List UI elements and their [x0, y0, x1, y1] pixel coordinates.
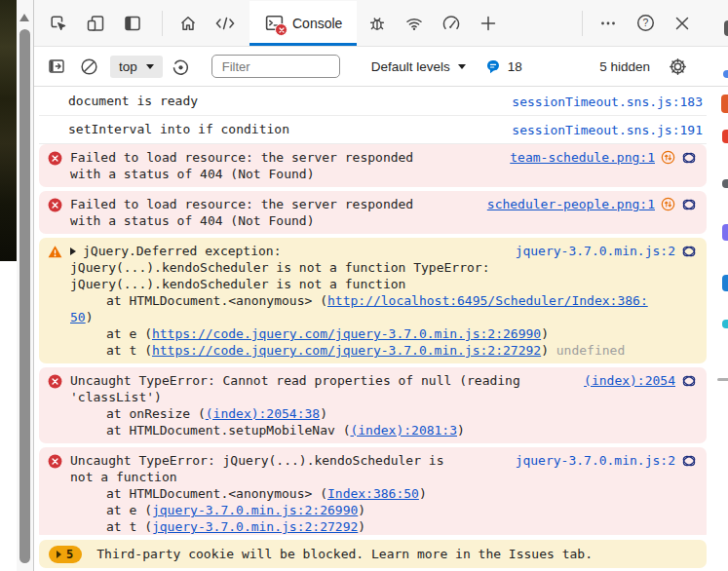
copilot-icon[interactable] [681, 373, 697, 389]
source-location-link[interactable]: sessionTimeout.sns.js:183 [512, 94, 703, 110]
message-text: setInterval into if condition [68, 116, 512, 143]
context-selector-dropdown[interactable]: top [110, 56, 163, 78]
console-message-log: setInterval into if conditionsessionTime… [39, 116, 707, 144]
copilot-icon[interactable] [681, 150, 697, 166]
help-button[interactable]: ? [629, 7, 662, 40]
source-location-link[interactable]: sessionTimeout.sns.js:191 [512, 122, 703, 138]
welcome-tab-button[interactable] [172, 7, 205, 40]
message-segment: with a status of 404 (Not Found) [70, 213, 314, 228]
message-segment: at HTMLDocument.<anonymous> ( [106, 293, 327, 308]
stack-trace-link[interactable]: Index:386:50 [327, 486, 419, 501]
sources-icon [214, 14, 236, 33]
tab-console[interactable]: Console [249, 1, 357, 46]
more-tabs-button[interactable] [472, 7, 505, 40]
expand-triangle-icon[interactable] [70, 247, 76, 255]
stack-trace-link[interactable]: (index):2054:38 [206, 406, 320, 421]
copilot-icon[interactable] [681, 197, 697, 212]
inspect-element-button[interactable] [42, 7, 75, 40]
network-icon[interactable] [661, 197, 675, 211]
more-options-button[interactable] [592, 7, 625, 40]
issues-counter[interactable]: 18 [485, 58, 522, 74]
stack-trace-link[interactable]: 50 [70, 310, 86, 324]
message-text: Uncaught TypeError: jQuery(...).kendoSch… [70, 452, 444, 535]
source-location: (index):2054 [584, 372, 697, 389]
stack-trace-link[interactable]: https://code.jquery.com/jquery-3.7.0.min… [152, 326, 541, 341]
copilot-icon[interactable] [681, 453, 697, 469]
cookie-infobar[interactable]: 5 Third-party cookie will be blocked. Le… [39, 540, 707, 568]
devtools-tabbar: Console [34, 0, 728, 47]
browser-edge-icon-fragment [722, 179, 728, 188]
source-location-link[interactable]: team-schedule.png:1 [510, 149, 655, 166]
device-emulation-button[interactable] [79, 7, 112, 40]
network-icon[interactable] [661, 150, 675, 165]
filter-input[interactable] [211, 55, 340, 78]
page-scrollbar[interactable] [17, 0, 33, 571]
message-segment: at e ( [106, 326, 152, 341]
performance-button[interactable] [435, 7, 468, 40]
browser-edge-icon-fragment [721, 95, 728, 113]
source-location: sessionTimeout.sns.js:183 [512, 94, 703, 110]
message-segment: with a status of 404 (Not Found) [70, 167, 314, 181]
browser-edge-icon-fragment [723, 70, 728, 78]
source-location: scheduler-people.png:1 [487, 196, 697, 212]
browser-edge-icon-fragment [722, 224, 728, 241]
scrollbar-up-arrow[interactable] [19, 14, 29, 21]
close-devtools-button[interactable] [666, 7, 699, 40]
browser-edge-icon-fragment [724, 20, 728, 36]
error-icon [48, 454, 62, 469]
source-location-link[interactable]: jquery-3.7.0.min.js:2 [516, 452, 675, 469]
sources-tab-button[interactable] [209, 7, 242, 40]
console-settings-button[interactable] [663, 52, 692, 81]
activity-bar-icon [123, 14, 142, 33]
source-location-link[interactable]: (index):2054 [584, 372, 675, 389]
message-segment: Failed to load resource: the server resp… [70, 150, 413, 165]
gauge-icon [441, 14, 461, 33]
browser-edge-icon-fragment [722, 130, 728, 143]
debugger-button[interactable] [361, 7, 394, 40]
scrollbar-thumb[interactable] [19, 29, 30, 563]
message-segment: Uncaught TypeError: Cannot read properti… [70, 373, 520, 388]
message-segment: document is ready [68, 94, 198, 108]
clear-console-icon [79, 57, 99, 77]
hidden-messages-label[interactable]: 5 hidden [599, 59, 650, 74]
source-location-link[interactable]: scheduler-people.png:1 [487, 196, 655, 212]
stack-trace-link[interactable]: jquery-3.7.0.min.js:2:26990 [152, 503, 358, 517]
error-icon [48, 151, 62, 166]
context-selector-value: top [119, 59, 137, 74]
log-levels-dropdown[interactable]: Default levels [371, 59, 466, 74]
stack-trace-link[interactable]: jquery-3.7.0.min.js:2:27292 [152, 519, 358, 534]
toolbar-divider [582, 11, 583, 36]
stack-trace-link[interactable]: http://localhost:6495/Scheduler/Index:38… [327, 293, 648, 308]
message-text: Failed to load resource: the server resp… [70, 149, 413, 182]
more-options-icon [598, 14, 618, 33]
stack-trace-link[interactable]: (index):2081:3 [350, 423, 457, 438]
message-segment: jQuery(...).kendoScheduler is not a func… [70, 260, 489, 275]
message-segment: at HTMLDocument.<anonymous> ( [106, 486, 327, 501]
error-icon [48, 198, 62, 212]
message-segment: 'classList') [70, 390, 162, 404]
infobar-count-badge[interactable]: 5 [49, 546, 82, 563]
message-segment: setInterval into if condition [68, 122, 289, 136]
browser-edge-icon-fragment [722, 275, 728, 291]
source-location: team-schedule.png:1 [510, 149, 697, 166]
console-sidebar-toggle-button[interactable] [42, 52, 71, 81]
device-emulation-icon [86, 14, 105, 33]
copilot-icon[interactable] [681, 244, 697, 259]
live-expression-button[interactable] [167, 52, 196, 81]
source-location-link[interactable]: jquery-3.7.0.min.js:2 [516, 243, 675, 259]
expand-triangle-icon [57, 551, 61, 558]
clear-console-button[interactable] [74, 52, 103, 81]
infobar-count: 5 [66, 548, 73, 561]
chevron-down-icon [146, 64, 154, 69]
source-location: jquery-3.7.0.min.js:2 [516, 243, 697, 259]
chevron-down-icon [458, 64, 466, 69]
network-conditions-button[interactable] [398, 7, 431, 40]
issues-bubble-icon [485, 58, 501, 74]
background-page-strip [0, 0, 17, 571]
log-levels-value: Default levels [371, 59, 450, 74]
console-message-error: Uncaught TypeError: Cannot read properti… [39, 367, 707, 443]
stack-trace-link[interactable]: https://code.jquery.com/jquery-3.7.0.min… [152, 343, 541, 358]
browser-edge-icon-fragment [717, 378, 728, 381]
activity-bar-button[interactable] [116, 7, 149, 40]
message-segment: not a function [70, 470, 177, 484]
